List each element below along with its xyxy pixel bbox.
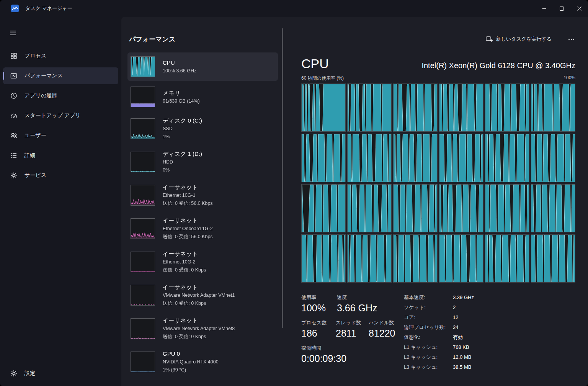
perf-item-ethernet-2[interactable]: イーサネット Ethernet Onboard 1G-2 送信: 0 受信: 5… [127, 213, 278, 244]
perf-item-title: イーサネット [163, 250, 206, 258]
run-new-task-button[interactable]: 新しいタスクを実行する [483, 33, 555, 45]
history-icon [10, 92, 18, 100]
sidebar-item-users[interactable]: ユーザー [3, 127, 118, 144]
spec-value: 38.5 MB [453, 364, 474, 371]
cpu-core-graph [347, 83, 392, 132]
cpu-core-graph [393, 134, 438, 182]
uptime-value: 0:00:09:30 [301, 353, 346, 364]
cpu-core-grid [301, 83, 575, 283]
perf-item-disk0[interactable]: ディスク 0 (C:) SSD 1% [127, 113, 278, 144]
perf-item-title: GPU 0 [163, 350, 219, 358]
app-icon [11, 4, 19, 13]
cpu-stats: 使用率 100% 速度 3.66 GHz プロセス数 186 [301, 294, 575, 371]
services-icon [10, 172, 18, 179]
sidebar-item-label: 詳細 [24, 152, 35, 159]
graph-max-label: 100% [564, 75, 575, 82]
sidebar-item-services[interactable]: サービス [3, 167, 118, 184]
cpu-spec-details: 基本速度:3.39 GHz ソケット:2 コア:12 論理プロセッサ数:24 仮… [404, 294, 474, 371]
cpu-core-graph [347, 234, 392, 283]
cpu-core-graph [393, 184, 438, 232]
close-button[interactable] [570, 0, 588, 17]
perf-item-sub: 送信: 0 受信: 0 Kbps [163, 333, 235, 340]
sidebar-item-processes[interactable]: プロセス [3, 47, 118, 64]
perf-item-sub: Ethernet 10G-2 [163, 258, 206, 266]
scrollbar-thumb[interactable] [282, 28, 283, 328]
sidebar-item-app-history[interactable]: アプリの履歴 [3, 87, 118, 104]
sidebar-item-label: プロセス [24, 52, 46, 59]
spec-label: 仮想化: [404, 334, 453, 341]
ethernet-mini-graph [131, 252, 155, 272]
cpu-core-graph [393, 83, 438, 132]
perf-item-sub: VMware Network Adapter VMnet8 [163, 325, 235, 332]
sidebar-item-label: アプリの履歴 [24, 92, 57, 99]
users-icon [10, 132, 18, 139]
perf-item-sub: HDD [163, 159, 202, 166]
cpu-core-graph [439, 134, 483, 182]
page-title: パフォーマンス [129, 35, 175, 44]
performance-icon [10, 72, 18, 80]
cpu-core-graph [301, 134, 346, 182]
cpu-core-graph [301, 234, 346, 283]
main-panel: パフォーマンス 新しいタスクを実行する CPU 100% 3.66 GHz [121, 17, 588, 386]
spec-value: 12.0 MB [453, 354, 474, 361]
handles-value: 81220 [369, 327, 395, 339]
perf-item-sub: 1% (39 °C) [163, 366, 219, 374]
spec-value: 有効 [453, 334, 474, 341]
perf-item-memory[interactable]: メモリ 91/639 GB (14%) [127, 83, 278, 111]
stat-label: 使用率 [301, 294, 337, 301]
perf-item-ethernet-1[interactable]: イーサネット Ethernet 10G-1 送信: 0 受信: 56.0 Kbp… [127, 180, 278, 211]
cpu-core-graph [439, 234, 483, 283]
more-options-button[interactable] [565, 36, 578, 43]
maximize-button[interactable] [553, 0, 570, 17]
stat-label: ハンドル数 [369, 319, 395, 326]
perf-item-title: イーサネット [163, 217, 213, 224]
processes-value: 186 [301, 327, 336, 339]
perf-item-cpu[interactable]: CPU 100% 3.66 GHz [127, 52, 278, 81]
spec-label: L3 キャッシュ: [404, 364, 453, 371]
perf-item-ethernet-5[interactable]: イーサネット VMware Network Adapter VMnet8 送信:… [127, 313, 278, 344]
cpu-model-name: Intel(R) Xeon(R) Gold 6128 CPU @ 3.40GHz [421, 61, 575, 70]
perf-item-gpu0[interactable]: GPU 0 NVIDIA Quadro RTX 4000 1% (39 °C) [127, 346, 278, 378]
ethernet-mini-graph [131, 318, 155, 339]
perf-item-title: ディスク 1 (D:) [163, 150, 202, 158]
spec-label: 論理プロセッサ数: [404, 324, 453, 331]
perf-item-title: CPU [163, 59, 196, 67]
spec-value: 24 [453, 324, 474, 331]
stat-label: 速度 [337, 294, 377, 301]
spec-label: コア: [404, 314, 453, 321]
sidebar-item-label: スタートアップ アプリ [24, 112, 81, 119]
stat-label: プロセス数 [301, 319, 336, 326]
sidebar: プロセス パフォーマンス アプリの履歴 スタートアップ アプリ [0, 17, 121, 386]
new-task-icon [486, 36, 493, 42]
list-scrollbar [282, 23, 283, 382]
perf-item-sub: Ethernet Onboard 1G-2 [163, 225, 213, 232]
cpu-detail-pane: CPU Intel(R) Xeon(R) Gold 6128 CPU @ 3.4… [288, 52, 588, 386]
sidebar-nav: プロセス パフォーマンス アプリの履歴 スタートアップ アプリ [0, 47, 121, 184]
perf-item-sub: SSD [163, 125, 202, 132]
sidebar-item-details[interactable]: 詳細 [3, 147, 118, 164]
minimize-button[interactable] [535, 0, 553, 17]
cpu-core-graph [485, 83, 529, 132]
ethernet-mini-graph [131, 218, 155, 239]
spec-value: 12 [453, 314, 474, 321]
details-icon [10, 152, 18, 159]
sidebar-item-performance[interactable]: パフォーマンス [3, 67, 118, 84]
perf-item-ethernet-4[interactable]: イーサネット VMware Network Adapter VMnet1 送信:… [127, 280, 278, 311]
sidebar-item-startup-apps[interactable]: スタートアップ アプリ [3, 107, 118, 124]
navigation-menu-button[interactable] [5, 26, 21, 40]
ethernet-mini-graph [131, 185, 155, 206]
startup-icon [10, 112, 18, 119]
perf-item-ethernet-3[interactable]: イーサネット Ethernet 10G-2 送信: 0 受信: 0 Kbps [127, 246, 278, 278]
window-title: タスク マネージャー [25, 5, 72, 12]
sidebar-item-label: ユーザー [24, 132, 46, 139]
cpu-pane-title: CPU [301, 56, 329, 71]
perf-item-disk1[interactable]: ディスク 1 (D:) HDD 0% [127, 146, 278, 178]
speed-value: 3.66 GHz [337, 302, 377, 314]
sidebar-item-settings[interactable]: 設定 [3, 365, 118, 381]
cpu-core-graph [393, 234, 438, 283]
perf-item-sub: 0% [163, 167, 202, 174]
perf-item-title: ディスク 0 (C:) [163, 117, 202, 124]
run-new-task-label: 新しいタスクを実行する [496, 36, 552, 43]
window-controls [535, 0, 588, 17]
processes-icon [10, 52, 18, 60]
